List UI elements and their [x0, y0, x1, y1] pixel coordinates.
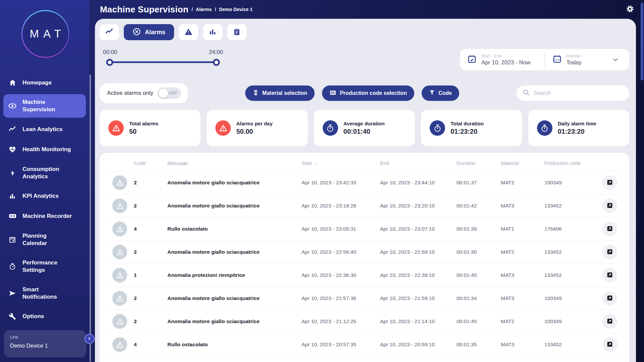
sidebar-item-label: PerformanceSettings [22, 259, 57, 274]
tab-clipboard[interactable] [227, 24, 247, 40]
column-header-end[interactable]: End [375, 153, 452, 171]
tab-bar-chart[interactable] [203, 24, 222, 40]
open-alarm-detail-button[interactable] [602, 314, 617, 329]
tab-alarms[interactable]: Alarms [124, 24, 174, 40]
cell-message: Anomalia motore giallo sciacquatrice [163, 171, 297, 194]
stat-value: 50 [129, 128, 158, 135]
alarm-warning-icon [112, 175, 127, 190]
column-header-duration[interactable]: Duration [452, 153, 496, 171]
date-range-picker[interactable]: Start - End Apr 10, 2023 - Now [460, 54, 544, 66]
production-code-selection-button[interactable]: Production code selection [322, 85, 414, 101]
date-range-label: Start - End [481, 54, 530, 58]
column-header-start[interactable]: Start↓ [297, 153, 375, 171]
table-row: 2Anomalia motore giallo sciacquatriceApr… [108, 171, 621, 194]
open-in-new-icon [606, 248, 613, 256]
column-header-label: Duration [457, 160, 476, 166]
collapse-sidebar-button[interactable] [85, 334, 95, 344]
alarm-warning-icon [112, 337, 127, 352]
sidebar-item-label-line: Consumption [22, 166, 59, 173]
open-alarm-detail-button[interactable] [602, 222, 617, 236]
page-scrollbar-thumb[interactable] [641, 3, 643, 80]
open-alarm-detail-button[interactable] [602, 245, 617, 259]
table-row: 2Anomalia motore giallo sciacquatriceApr… [108, 194, 621, 218]
line-selector-label: Line [10, 335, 80, 340]
sidebar-item-health-monitoring[interactable]: Health Monitoring [0, 141, 89, 158]
tab-label: Alarms [145, 29, 165, 36]
cell-production_code: 133452 [540, 241, 595, 264]
column-header-material[interactable]: Material [496, 153, 540, 171]
code-filter-button[interactable]: Code [422, 85, 459, 101]
stat-value: 00:01:40 [343, 128, 385, 135]
sidebar-item-machine-recorder[interactable]: Machine Recorder [0, 207, 89, 225]
slider-handle-start[interactable] [106, 59, 113, 66]
interval-label: Interval [567, 54, 582, 58]
stat-value: 01:23:20 [558, 128, 596, 135]
open-alarm-detail-button[interactable] [602, 291, 617, 306]
column-header-production-code[interactable]: Production code [540, 153, 595, 171]
cell-material: MAT3 [496, 264, 540, 287]
sidebar-item-performance-settings[interactable]: PerformanceSettings [0, 255, 89, 278]
cell-material: MAT3 [496, 287, 540, 310]
cell-start: Apr 10, 2023 - 22:56:40 [297, 241, 375, 264]
sidebar-item-consumption-analytics[interactable]: ConsumptionAnalytics [0, 161, 89, 185]
alarm-icon-cell [108, 171, 129, 194]
settings-button[interactable] [626, 4, 635, 14]
cell-message: Anomalia motore giallo sciacquatrice [163, 287, 297, 310]
slider-track[interactable] [110, 61, 216, 63]
table-header-row: CodeMessageStart↓EndDurationMaterialProd… [108, 153, 621, 171]
sidebar-nav: HomepageMachineSupervisionLean Analytics… [0, 74, 89, 324]
open-alarm-detail-button[interactable] [602, 337, 617, 352]
sidebar-item-homepage[interactable]: Homepage [0, 74, 89, 91]
alarm-warning-icon [112, 245, 127, 259]
alarm-icon-cell [108, 241, 129, 264]
column-header-message[interactable]: Message [163, 153, 297, 171]
cell-code: 2 [129, 287, 163, 310]
sidebar-item-label-line: Calendar [22, 240, 47, 247]
sidebar-item-smart-notifications[interactable]: SmartNotifications [0, 282, 89, 305]
cell-production_code: 100349 [540, 287, 595, 310]
sidebar-item-kpi-analytics[interactable]: KPI Analytics [0, 188, 89, 204]
open-alarm-detail-button[interactable] [602, 198, 617, 213]
tab-warning-triangle[interactable] [179, 24, 198, 40]
alarm-icon-cell [108, 287, 129, 310]
open-in-new-icon [606, 179, 613, 187]
app-root: MAT HomepageMachineSupervisionLean Analy… [0, 0, 644, 362]
active-alarms-toggle[interactable]: OFF [158, 87, 181, 99]
stopwatch-icon [537, 120, 552, 136]
slider-handle-end[interactable] [213, 59, 220, 66]
interval-picker[interactable]: Interval Today [545, 54, 630, 66]
alarm-icon-cell [108, 264, 129, 287]
column-header-code[interactable]: Code [129, 153, 163, 171]
cell-message: Anomalia motore giallo sciacquatrice [163, 310, 297, 333]
search-icon [523, 89, 530, 98]
material-selection-button[interactable]: Material selection [245, 85, 315, 101]
open-alarm-detail-button[interactable] [602, 175, 617, 190]
sidebar-item-label: SmartNotifications [22, 286, 57, 301]
mat-logo: MAT [21, 10, 69, 58]
table-row: 4Rullo ostacolatoApr 10, 2023 - 20:57:35… [108, 333, 621, 356]
toggle-state-label: OFF [169, 91, 177, 96]
cell-duration: 00:01:42 [452, 194, 496, 218]
cell-start: Apr 10, 2023 - 21:12:25 [297, 310, 375, 333]
sidebar-item-lean-analytics[interactable]: Lean Analytics [0, 121, 89, 138]
gear-icon [626, 4, 635, 14]
sidebar-item-machine-supervision[interactable]: MachineSupervision [3, 94, 86, 118]
stat-card-average-duration: Average duration00:01:40 [314, 110, 415, 146]
open-alarm-detail-button[interactable] [602, 268, 617, 283]
line-selector[interactable]: Line Demo Device 1 [4, 330, 86, 357]
table-row: 2Anomalia motore giallo sciacquatriceApr… [108, 310, 621, 333]
cell-code: 4 [129, 333, 163, 356]
search-input[interactable] [534, 90, 624, 96]
sidebar-item-options[interactable]: Options [0, 308, 89, 324]
column-header-label: End [380, 160, 389, 166]
stat-card-daily-alarm-time: Daily alarm time01:23:20 [528, 110, 629, 146]
cell-end: Apr 10, 2023 - 21:59:10 [375, 287, 452, 310]
alarm-warning-icon [112, 222, 127, 236]
cell-message: Rullo ostacolato [163, 218, 297, 241]
sidebar-item-label-line: KPI Analytics [22, 192, 59, 200]
column-header-label: Material [501, 160, 519, 166]
cell-production_code: 133452 [540, 194, 595, 218]
tab-trend-chart[interactable] [100, 24, 119, 40]
sidebar-item-planning-calendar[interactable]: PlanningCalendar [0, 228, 89, 251]
stat-card-alarms-per-day: Alarms per day50.00 [207, 110, 308, 146]
